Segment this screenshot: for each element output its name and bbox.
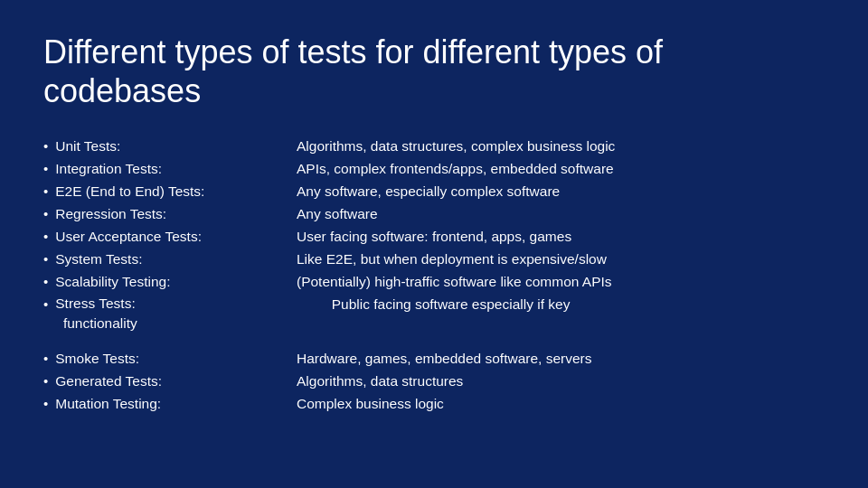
bullet-dot: • <box>43 294 48 314</box>
bullet-label: Unit Tests: <box>55 136 120 157</box>
bullet-label: E2E (End to End) Tests: <box>55 181 204 202</box>
bullet-label: Stress Tests: functionality <box>55 294 137 333</box>
description-item: Algorithms, data structures, complex bus… <box>297 136 825 157</box>
bullet-dot: • <box>43 271 48 292</box>
bullet-label: Mutation Testing: <box>55 393 161 415</box>
list-item: • System Tests: <box>43 249 278 270</box>
description-item: Complex business logic <box>297 393 825 415</box>
bullet-label: Smoke Tests: <box>55 348 139 370</box>
description-item: (Potentially) high-traffic software like… <box>297 271 825 293</box>
slide: Different types of tests for different t… <box>0 0 868 488</box>
description-item: Any software <box>297 203 825 225</box>
content-area: • Unit Tests: • Integration Tests: • E2E… <box>43 136 825 459</box>
description-item: Hardware, games, embedded software, serv… <box>297 348 825 370</box>
right-column: Algorithms, data structures, complex bus… <box>297 136 825 315</box>
bullet-dot: • <box>43 226 48 247</box>
bullet-dot: • <box>43 393 48 414</box>
bullet-dot: • <box>43 158 48 179</box>
list-item: • Mutation Testing: <box>43 393 278 415</box>
description-item: APIs, complex frontends/apps, embedded s… <box>297 158 825 180</box>
description-item: Any software, especially complex softwar… <box>297 181 825 202</box>
bullet-label: Integration Tests: <box>55 158 162 180</box>
bullet-dot: • <box>43 203 48 224</box>
bullet-label: User Acceptance Tests: <box>55 226 202 248</box>
list-item: • Scalability Testing: <box>43 271 278 293</box>
bullet-dot: • <box>43 181 48 202</box>
bullet-label: System Tests: <box>55 249 142 270</box>
list-item: • Integration Tests: <box>43 158 278 180</box>
list-item: • Stress Tests: functionality <box>43 294 278 333</box>
secondary-left-column: • Smoke Tests: • Generated Tests: • Muta… <box>43 348 278 415</box>
bullet-label: Scalability Testing: <box>55 271 170 293</box>
list-item: • Unit Tests: <box>43 136 278 157</box>
bullet-dot: • <box>43 249 48 269</box>
bullet-dot: • <box>43 371 48 391</box>
description-item: User facing software: frontend, apps, ga… <box>297 226 825 248</box>
list-item: • Regression Tests: <box>43 203 278 225</box>
main-bullets-section: • Unit Tests: • Integration Tests: • E2E… <box>43 136 825 333</box>
secondary-right-column: Hardware, games, embedded software, serv… <box>297 348 825 415</box>
bullet-dot: • <box>43 136 48 156</box>
left-column: • Unit Tests: • Integration Tests: • E2E… <box>43 136 278 333</box>
list-item: • Generated Tests: <box>43 371 278 392</box>
bullet-dot: • <box>43 348 48 369</box>
list-item: • E2E (End to End) Tests: <box>43 181 278 202</box>
list-item: • User Acceptance Tests: <box>43 226 278 248</box>
bullet-label: Regression Tests: <box>55 203 166 225</box>
list-item: • Smoke Tests: <box>43 348 278 370</box>
secondary-bullets-section: • Smoke Tests: • Generated Tests: • Muta… <box>43 348 825 415</box>
bullet-label: Generated Tests: <box>55 371 162 392</box>
description-item: Like E2E, but when deployment is expensi… <box>297 249 825 270</box>
slide-title: Different types of tests for different t… <box>43 33 825 110</box>
description-item: Public facing software especially if key <box>297 294 825 315</box>
description-item: Algorithms, data structures <box>297 371 825 392</box>
